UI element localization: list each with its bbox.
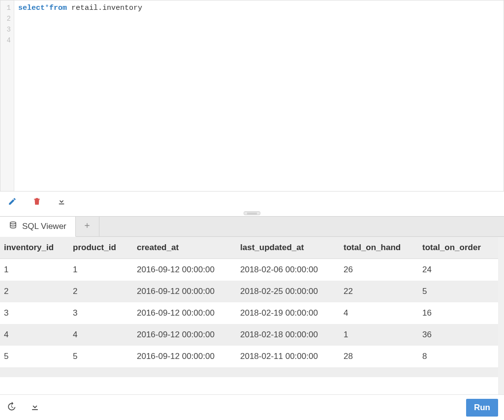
- history-button[interactable]: [6, 402, 17, 413]
- table-cell: 4: [340, 302, 418, 324]
- table-cell: 2016-09-12 00:00:00: [133, 281, 236, 302]
- table-cell: 16: [418, 302, 504, 324]
- table-row[interactable]: 112016-09-12 00:00:002018-02-06 00:00:00…: [0, 259, 504, 281]
- results-body: 112016-09-12 00:00:002018-02-06 00:00:00…: [0, 259, 504, 368]
- table-cell: 2018-02-19 00:00:00: [236, 302, 340, 324]
- line-number: 2: [0, 13, 11, 24]
- split-drag-area[interactable]: [0, 211, 504, 216]
- table-cell: 2: [0, 281, 69, 302]
- line-number: 3: [0, 24, 11, 35]
- keyword-from: from: [49, 4, 67, 12]
- tab-label: SQL Viewer: [22, 222, 66, 231]
- table-cell: 2: [69, 281, 133, 302]
- table-cell: 4: [0, 324, 69, 346]
- line-number: 4: [0, 35, 11, 46]
- svg-point-0: [10, 222, 16, 224]
- trash-icon: [32, 197, 41, 207]
- column-header[interactable]: created_at: [133, 237, 236, 259]
- results-table: inventory_id product_id created_at last_…: [0, 237, 504, 367]
- table-cell: 22: [340, 281, 418, 302]
- tab-add-button[interactable]: [76, 217, 99, 236]
- table-cell: 3: [0, 302, 69, 324]
- download-icon: [30, 402, 40, 413]
- table-cell: 2018-02-11 00:00:00: [236, 346, 340, 367]
- keyword-star: *: [45, 4, 49, 12]
- column-header[interactable]: inventory_id: [0, 237, 69, 259]
- database-icon: [9, 221, 17, 232]
- table-cell: 28: [340, 346, 418, 367]
- plus-icon: [83, 222, 91, 232]
- table-cell: 26: [340, 259, 418, 281]
- table-cell: 8: [418, 346, 504, 367]
- results-panel: inventory_id product_id created_at last_…: [0, 237, 504, 394]
- table-cell: 2018-02-18 00:00:00: [236, 324, 340, 346]
- table-cell: 2016-09-12 00:00:00: [133, 302, 236, 324]
- drag-handle-icon: [244, 211, 260, 215]
- editor-gutter: 1 2 3 4: [0, 0, 14, 191]
- column-header[interactable]: total_on_order: [418, 237, 504, 259]
- delete-button[interactable]: [32, 196, 42, 207]
- table-cell: 5: [418, 281, 504, 302]
- download-button[interactable]: [56, 196, 67, 207]
- table-cell: 5: [69, 346, 133, 367]
- table-row[interactable]: 442016-09-12 00:00:002018-02-18 00:00:00…: [0, 324, 504, 346]
- table-cell: 2016-09-12 00:00:00: [133, 346, 236, 367]
- line-number: 1: [0, 2, 11, 13]
- tab-sql-viewer[interactable]: SQL Viewer: [0, 217, 76, 237]
- table-row[interactable]: 552016-09-12 00:00:002018-02-11 00:00:00…: [0, 346, 504, 367]
- keyword-select: select: [18, 4, 45, 12]
- table-row[interactable]: 332016-09-12 00:00:002018-02-19 00:00:00…: [0, 302, 504, 324]
- bottom-bar: Run: [0, 394, 504, 420]
- table-cell: 24: [418, 259, 504, 281]
- results-header: inventory_id product_id created_at last_…: [0, 237, 504, 259]
- table-cell: 2018-02-25 00:00:00: [236, 281, 340, 302]
- table-cell: 4: [69, 324, 133, 346]
- table-cell: 36: [418, 324, 504, 346]
- vertical-scrollbar[interactable]: [498, 237, 504, 394]
- table-cell: 1: [340, 324, 418, 346]
- table-cell: 5: [0, 346, 69, 367]
- table-cell: 3: [69, 302, 133, 324]
- identifier-table: retail.inventory: [67, 4, 142, 12]
- table-row[interactable]: 222016-09-12 00:00:002018-02-25 00:00:00…: [0, 281, 504, 302]
- edit-button[interactable]: [7, 196, 18, 207]
- download-results-button[interactable]: [30, 402, 40, 413]
- download-icon: [57, 197, 66, 207]
- results-scroll[interactable]: inventory_id product_id created_at last_…: [0, 237, 504, 394]
- table-cell: 2016-09-12 00:00:00: [133, 324, 236, 346]
- table-cell: 2016-09-12 00:00:00: [133, 259, 236, 281]
- bottom-left-actions: [6, 402, 40, 413]
- app-root: 1 2 3 4 select*from retail.inventory: [0, 0, 504, 420]
- table-cell: 1: [0, 259, 69, 281]
- table-cell: 2018-02-06 00:00:00: [236, 259, 340, 281]
- column-header[interactable]: total_on_hand: [340, 237, 418, 259]
- history-icon: [6, 402, 16, 413]
- run-button[interactable]: Run: [466, 399, 498, 417]
- column-header[interactable]: product_id: [69, 237, 133, 259]
- results-trailing-stripe: [0, 367, 504, 377]
- pencil-icon: [8, 197, 17, 207]
- result-actions-toolbar: [0, 192, 504, 211]
- result-tabbar: SQL Viewer: [0, 216, 504, 237]
- editor-content[interactable]: select*from retail.inventory: [14, 0, 504, 191]
- column-header[interactable]: last_updated_at: [236, 237, 340, 259]
- table-cell: 1: [69, 259, 133, 281]
- sql-editor[interactable]: 1 2 3 4 select*from retail.inventory: [0, 0, 504, 192]
